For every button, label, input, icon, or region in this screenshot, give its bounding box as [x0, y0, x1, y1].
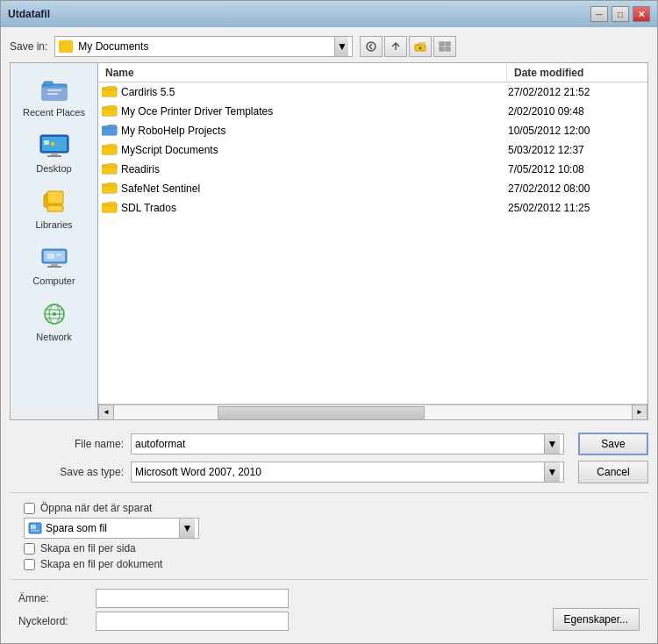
new-folder-button[interactable]	[409, 36, 432, 57]
up-button[interactable]	[384, 36, 407, 57]
svg-rect-16	[51, 142, 54, 146]
keyword-row: Nyckelord:	[18, 612, 289, 631]
subject-input[interactable]	[96, 589, 289, 608]
divider-2	[10, 579, 648, 580]
scroll-left-button[interactable]: ◄	[98, 404, 114, 420]
sidebar-item-computer[interactable]: Computer	[15, 239, 94, 291]
scroll-thumb[interactable]	[218, 406, 425, 420]
save-button[interactable]: Save	[578, 433, 648, 455]
bottom-area: File name: autoformat ▼ Save Save as typ…	[10, 426, 648, 483]
open-when-saved-row: Öppna när det är sparat	[15, 502, 643, 514]
folder-icon	[102, 104, 118, 118]
save-as-file-row: Spara som fil ▼	[15, 518, 643, 539]
network-icon	[37, 300, 72, 328]
horizontal-scrollbar[interactable]: ◄ ►	[98, 404, 647, 419]
sidebar-item-desktop[interactable]: Desktop	[15, 126, 94, 179]
file-name-arrow[interactable]: ▼	[544, 434, 560, 454]
options-area: Öppna när det är sparat Spara som fil ▼ …	[10, 502, 648, 570]
sidebar-item-recent-places[interactable]: Recent Places	[15, 70, 94, 123]
save-file-icon	[28, 522, 42, 534]
path-combo-arrow[interactable]: ▼	[334, 37, 348, 56]
one-file-per-page-label: Skapa en fil per sida	[40, 542, 136, 555]
svg-rect-25	[47, 254, 54, 259]
toolbar-buttons	[360, 36, 456, 57]
title-bar-controls: ─ □ ✕	[590, 6, 650, 22]
minimize-button[interactable]: ─	[590, 6, 608, 22]
folder-icon	[102, 182, 118, 196]
sidebar-network-label: Network	[36, 332, 71, 342]
properties-button[interactable]: Egenskaper...	[553, 608, 640, 631]
file-date-text: 27/02/2012 21:52	[508, 86, 644, 98]
back-button[interactable]	[360, 36, 383, 57]
file-name-combo[interactable]: autoformat ▼	[131, 433, 564, 454]
one-file-per-doc-checkbox[interactable]	[24, 559, 35, 570]
svg-rect-2	[440, 42, 444, 46]
subject-label: Ämne:	[18, 592, 89, 605]
open-when-saved-checkbox[interactable]	[24, 503, 35, 514]
one-file-per-doc-label: Skapa en fil per dokument	[40, 558, 162, 570]
file-date-text: 7/05/2012 10:08	[508, 163, 644, 175]
dialog-content: Save in: My Documents ▼	[1, 27, 657, 643]
file-row[interactable]: My RoboHelp Projects10/05/2012 12:00	[98, 121, 647, 140]
svg-rect-15	[44, 140, 49, 145]
svg-rect-9	[47, 89, 61, 91]
file-date-text: 2/02/2010 09:48	[508, 105, 644, 118]
svg-point-32	[53, 312, 56, 316]
close-button[interactable]: ✕	[633, 6, 650, 22]
col-date-header: Date modified	[507, 65, 647, 81]
file-date-text: 27/02/2012 08:00	[508, 182, 644, 195]
path-combo[interactable]: My Documents ▼	[54, 36, 353, 57]
maximize-button[interactable]: □	[612, 6, 629, 22]
svg-rect-20	[47, 205, 63, 211]
file-name-label: File name:	[10, 438, 124, 450]
svg-rect-13	[51, 153, 58, 155]
sidebar-item-network[interactable]: Network	[15, 295, 94, 347]
save-type-combo[interactable]: Microsoft Word 2007, 2010 ▼	[131, 462, 564, 483]
save-as-file-combo[interactable]: Spara som fil ▼	[24, 518, 199, 539]
file-date-text: 10/05/2012 12:00	[508, 125, 644, 137]
meta-section: Ämne: Nyckelord: Egenskaper...	[10, 589, 648, 634]
meta-fields: Ämne: Nyckelord:	[18, 589, 289, 634]
save-type-arrow[interactable]: ▼	[544, 462, 560, 482]
save-type-value: Microsoft Word 2007, 2010	[135, 466, 544, 478]
cancel-button[interactable]: Cancel	[578, 461, 648, 483]
keyword-input[interactable]	[96, 612, 289, 631]
sidebar-item-libraries[interactable]: Libraries	[15, 182, 94, 235]
one-file-per-page-checkbox[interactable]	[24, 543, 35, 555]
file-row[interactable]: Readiris7/05/2012 10:08	[98, 160, 647, 179]
file-date-text: 5/03/2012 12:37	[508, 144, 644, 156]
file-name-text: My RoboHelp Projects	[121, 125, 508, 137]
file-name-text: SafeNet Sentinel	[121, 182, 508, 195]
file-name-row: File name: autoformat ▼ Save	[10, 433, 648, 455]
current-path-text: My Documents	[78, 40, 329, 53]
dialog-window: Utdatafil ─ □ ✕ Save in: My Documents ▼	[0, 0, 658, 644]
title-bar: Utdatafil ─ □ ✕	[1, 1, 657, 27]
save-as-type-label: Save as type:	[10, 466, 124, 478]
one-file-per-page-row: Skapa en fil per sida	[15, 542, 643, 555]
file-list-area: Name Date modified Cardiris 5.527/02/201…	[98, 63, 647, 419]
keyword-label: Nyckelord:	[18, 615, 89, 627]
svg-rect-24	[47, 266, 61, 268]
file-row[interactable]: SafeNet Sentinel27/02/2012 08:00	[98, 179, 647, 198]
svg-rect-14	[47, 155, 61, 157]
file-name-text: My Oce Printer Driver Templates	[121, 105, 508, 118]
svg-point-0	[367, 42, 375, 51]
view-button[interactable]	[433, 36, 456, 57]
window-title: Utdatafil	[8, 8, 50, 20]
divider-1	[10, 492, 648, 493]
svg-rect-3	[446, 42, 450, 46]
save-file-combo-arrow[interactable]: ▼	[179, 519, 195, 538]
file-row[interactable]: MyScript Documents5/03/2012 12:37	[98, 140, 647, 160]
file-row[interactable]: Cardiris 5.527/02/2012 21:52	[98, 82, 647, 102]
svg-rect-4	[440, 47, 444, 51]
svg-rect-19	[47, 191, 63, 204]
scroll-track[interactable]	[114, 404, 632, 420]
save-as-file-label: Spara som fil	[46, 522, 175, 534]
file-row[interactable]: My Oce Printer Driver Templates2/02/2010…	[98, 102, 647, 121]
one-file-per-doc-row: Skapa en fil per dokument	[15, 558, 643, 570]
file-row[interactable]: SDL Trados25/02/2012 11:25	[98, 198, 647, 218]
libraries-icon	[37, 188, 72, 216]
scroll-right-button[interactable]: ►	[632, 404, 647, 420]
svg-rect-26	[56, 254, 61, 256]
folder-icon	[102, 143, 118, 157]
